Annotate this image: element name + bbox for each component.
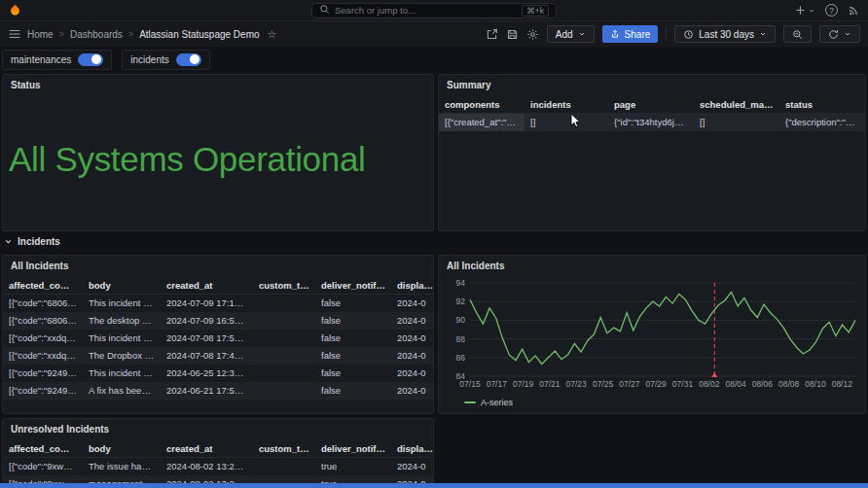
column-header[interactable]: deliver_notifications <box>315 440 391 457</box>
search-icon <box>319 4 330 17</box>
table-cell: A fix has been implen <box>83 382 161 400</box>
add-button[interactable]: Add <box>547 25 595 43</box>
svg-text:07/17: 07/17 <box>487 379 508 389</box>
table-row[interactable]: [{"code":"6806922ytThe desktop app inst2… <box>3 312 433 330</box>
column-header[interactable]: custom_tweet <box>253 277 315 294</box>
breadcrumb: Home > Dashboards > Atlassian Statuspage… <box>27 28 276 41</box>
search-input[interactable] <box>335 5 517 16</box>
incidents-section-header[interactable]: Incidents <box>4 236 60 247</box>
panel-title[interactable]: All Incidents <box>3 256 433 277</box>
menu-hamburger-icon[interactable] <box>8 27 21 41</box>
table-cell: 2024-06-25 12:33:34 <box>161 365 253 382</box>
share-external-icon[interactable] <box>486 28 498 41</box>
new-dropdown-button[interactable] <box>794 4 815 17</box>
table-row[interactable]: [{"code":"9xw9j8fchThe issue has been id… <box>3 458 433 475</box>
svg-text:08/12: 08/12 <box>832 379 853 389</box>
save-dashboard-icon[interactable] <box>506 28 519 41</box>
table-cell: 2024-0 <box>391 347 433 365</box>
chevron-down-icon <box>844 30 851 38</box>
grafana-logo-icon[interactable] <box>8 3 22 17</box>
table-cell: [{"code":"9249rggclt <box>3 382 83 400</box>
time-range-picker[interactable]: Last 30 days <box>674 25 776 43</box>
table-cell: 2024-07-08 17:57:52 <box>161 330 253 347</box>
panel-title[interactable]: Summary <box>439 75 865 96</box>
share-icon <box>610 29 620 39</box>
panel-title[interactable]: All Incidents <box>439 256 865 277</box>
svg-text:88: 88 <box>456 334 466 344</box>
table-row[interactable]: [{"code":"9249rggcltThis incident has be… <box>3 365 433 382</box>
column-header[interactable]: body <box>83 440 161 457</box>
table-cell: false <box>315 312 391 330</box>
toggle-group-incidents: incidents <box>122 50 209 70</box>
table-cell <box>253 382 315 400</box>
grafana-app: ⌘+k ? Home > Dashboards > Atlassian Stat… <box>0 0 868 488</box>
table-cell: 2024-07-09 17:18:29 <box>161 295 253 312</box>
table-cell: 2024-0 <box>391 458 433 475</box>
bottom-accent-bar <box>0 483 868 488</box>
column-header[interactable]: components <box>439 96 524 113</box>
column-header[interactable]: affected_components <box>3 440 83 457</box>
legend-series-label[interactable]: A-series <box>481 398 513 407</box>
table-cell: 2024-0 <box>391 365 433 382</box>
table-cell: [{"code":"6806922yt <box>3 312 83 330</box>
column-header[interactable]: affected_components <box>3 277 83 294</box>
table-row[interactable]: [{"code":"xxdqx0ykqThis incident has bee… <box>3 330 433 347</box>
favorite-star-icon[interactable]: ☆ <box>268 28 277 41</box>
column-header[interactable]: created_at <box>161 277 253 294</box>
column-header[interactable]: status <box>779 96 861 113</box>
column-header[interactable]: display_at <box>391 277 433 294</box>
breadcrumb-separator: > <box>128 29 133 39</box>
table-header-row: affected_componentsbodycreated_atcustom_… <box>3 440 433 458</box>
maintenances-toggle-switch[interactable] <box>78 53 103 66</box>
column-header[interactable]: custom_tweet <box>253 440 315 457</box>
status-body: All Systems Operational <box>3 96 433 223</box>
search-box[interactable]: ⌘+k <box>311 3 557 18</box>
chart-legend[interactable]: A-series <box>439 396 865 407</box>
column-header[interactable]: incidents <box>524 96 608 113</box>
table-row[interactable]: [{"code":"9249rggcltA fix has been imple… <box>3 382 433 400</box>
table-row[interactable]: [{"code":"6806922ytThis incident has bee… <box>3 295 433 312</box>
column-header[interactable]: body <box>83 277 161 294</box>
zoom-out-icon <box>792 29 803 40</box>
breadcrumb-home[interactable]: Home <box>27 29 54 40</box>
settings-gear-icon[interactable] <box>526 28 539 41</box>
column-header[interactable]: page <box>608 96 694 113</box>
panel-title[interactable]: Unresolved Incidents <box>3 419 433 440</box>
dashboard-toolbar: Home > Dashboards > Atlassian Statuspage… <box>0 21 868 47</box>
table-cell: 2024-0 <box>391 330 433 347</box>
refresh-button[interactable] <box>819 25 860 43</box>
table-header-row: componentsincidentspagescheduled_mainten… <box>439 96 865 114</box>
toggle-label-maintenances: maintenances <box>11 54 71 65</box>
zoom-out-button[interactable] <box>783 25 812 43</box>
breadcrumb-current-dashboard[interactable]: Atlassian Statuspage Demo <box>139 29 259 40</box>
svg-text:08/02: 08/02 <box>699 379 720 389</box>
table-cell: {"description":"All Sys <box>779 114 861 131</box>
svg-text:08/08: 08/08 <box>778 379 800 389</box>
table-row[interactable]: [{"created_at":"2015-0[]{"id":"t34htyd6j… <box>439 114 865 131</box>
chart-area[interactable]: 84868890929407/1507/1707/1907/2107/2307/… <box>439 277 865 396</box>
column-header[interactable]: deliver_notifications <box>315 277 391 294</box>
panel-title[interactable]: Status <box>3 75 433 96</box>
svg-text:94: 94 <box>456 278 466 288</box>
column-header[interactable]: scheduled_maintenances <box>694 96 779 113</box>
add-button-label: Add <box>556 29 573 40</box>
news-rss-icon[interactable] <box>848 4 860 17</box>
share-button[interactable]: Share <box>602 25 659 43</box>
column-header[interactable]: created_at <box>161 440 253 457</box>
incidents-toggle-switch[interactable] <box>176 53 201 66</box>
table-cell: [{"code":"6806922yt <box>3 295 83 312</box>
chevron-down-icon <box>759 30 767 38</box>
toggle-knob <box>190 54 199 64</box>
table-row[interactable]: [{"code":"xxdqx0ykqThe Dropbox website20… <box>3 347 433 365</box>
table-cell: The Dropbox website <box>83 347 161 365</box>
table-cell: false <box>315 295 391 312</box>
help-icon[interactable]: ? <box>825 4 838 17</box>
incidents-chart-svg[interactable]: 84868890929407/1507/1707/1907/2107/2307/… <box>445 277 859 392</box>
svg-text:92: 92 <box>456 296 466 306</box>
svg-text:08/04: 08/04 <box>725 379 746 389</box>
breadcrumb-dashboards[interactable]: Dashboards <box>70 29 123 40</box>
table-cell: The desktop app inst <box>83 312 161 330</box>
column-header[interactable]: display_at <box>391 440 433 457</box>
table-cell: 2024-0 <box>391 312 433 330</box>
table-cell: [{"created_at":"2015-0 <box>439 114 524 131</box>
